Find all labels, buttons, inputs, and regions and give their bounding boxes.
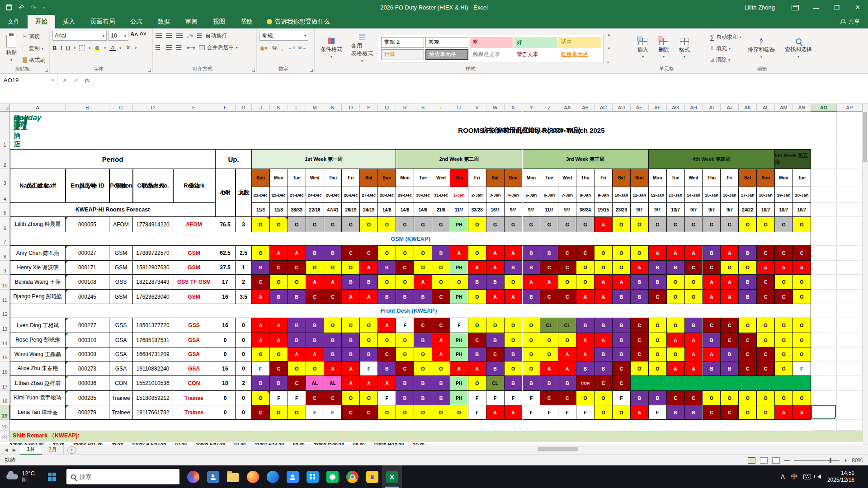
shift-cell[interactable]: C — [739, 361, 757, 376]
shift-cell[interactable]: A — [757, 261, 775, 275]
shift-cell[interactable]: B — [576, 318, 594, 333]
remark-cell[interactable]: GSM — [173, 246, 215, 261]
column-header-M[interactable]: M — [306, 104, 324, 112]
empty-cell[interactable] — [811, 203, 837, 217]
remark-cell[interactable]: Trainee — [173, 391, 215, 405]
format-as-table-button[interactable]: 套用表格格式▾ — [348, 31, 376, 66]
shift-cell[interactable]: O — [414, 261, 432, 275]
column-header-A[interactable]: A — [10, 104, 66, 112]
cell-style-option[interactable]: 好 — [514, 37, 557, 48]
shift-cell[interactable]: C — [757, 347, 775, 361]
shift-cell[interactable]: B — [631, 290, 649, 304]
shift-cell[interactable]: O — [540, 333, 558, 347]
shift-cell[interactable]: C — [324, 391, 342, 405]
touch-keyboard-icon[interactable] — [803, 474, 811, 479]
underline-icon[interactable]: U — [66, 45, 70, 52]
indent-icons[interactable]: ⇤⇥ — [187, 45, 195, 51]
shift-cell[interactable]: B — [432, 246, 450, 261]
shift-cell[interactable]: A — [505, 246, 523, 261]
chrome-browser[interactable] — [342, 465, 362, 488]
shift-cell[interactable]: C — [721, 318, 739, 333]
shift-cell[interactable]: F — [613, 391, 631, 405]
shift-cell[interactable]: B — [631, 391, 649, 405]
normal-view-button[interactable] — [748, 457, 755, 464]
staff-name-cell[interactable]: Django Peng 彭琨皓 — [10, 290, 66, 304]
shift-cell[interactable]: F — [324, 405, 342, 420]
shift-cell[interactable]: C — [540, 261, 558, 275]
percent-style-icon[interactable]: % — [272, 45, 278, 52]
name-box[interactable]: AO19▾ — [0, 74, 58, 86]
shift-cell[interactable]: G — [721, 217, 739, 232]
cell-style-option[interactable]: 适中 — [558, 37, 601, 48]
column-header-AM[interactable]: AM — [775, 104, 793, 112]
empty-cell[interactable] — [811, 187, 837, 203]
finance-app[interactable]: ¥ — [362, 465, 382, 488]
remark-cell[interactable]: GSA — [173, 333, 215, 347]
position-cell[interactable]: CON — [109, 376, 133, 391]
shift-cell[interactable]: O — [306, 361, 324, 376]
shift-cell[interactable]: G — [306, 217, 324, 232]
shift-cell[interactable]: B — [288, 318, 306, 333]
shift-cell[interactable]: A — [576, 347, 594, 361]
shift-cell[interactable]: B — [523, 261, 541, 275]
number-format-select[interactable]: 常规▾ — [259, 31, 308, 41]
shift-cell[interactable]: O — [775, 391, 793, 405]
staff-name-cell[interactable]: Kimi Yuan 袁宇峻琦 — [10, 391, 66, 405]
staff-name-cell[interactable]: Alice Zhu 朱春艳 — [10, 361, 66, 376]
empty-cell[interactable] — [837, 112, 863, 149]
employee-id-cell[interactable]: 000273 — [66, 361, 109, 376]
row-header-7[interactable]: 7 — [0, 232, 10, 246]
ot-cell[interactable]: 17 — [215, 275, 236, 290]
shift-cell[interactable]: O — [432, 405, 450, 420]
shift-cell[interactable]: O — [450, 405, 468, 420]
column-header-D[interactable]: D — [133, 104, 173, 112]
shift-cell[interactable]: O — [288, 275, 306, 290]
row-header-16[interactable]: 16 — [0, 361, 10, 376]
shift-cell[interactable]: A — [252, 333, 270, 347]
sheet-tab-1月[interactable]: 1月 — [20, 445, 42, 455]
number-dialog-launcher[interactable] — [310, 69, 313, 72]
shift-cell[interactable]: O — [649, 333, 667, 347]
staff-name-cell[interactable]: Rose Peng 彭晓露 — [10, 333, 66, 347]
shift-cell[interactable]: C — [468, 333, 486, 347]
shift-cell[interactable]: O — [649, 347, 667, 361]
restore-button[interactable]: ❐ — [826, 0, 847, 15]
format-painter-button[interactable]: 格式刷 — [23, 55, 45, 65]
ot-cell[interactable]: 0 — [215, 391, 236, 405]
column-header-Z[interactable]: Z — [540, 104, 558, 112]
row-header-2[interactable]: 2 — [0, 149, 10, 169]
empty-cell[interactable] — [811, 232, 837, 246]
shift-cell[interactable]: G — [540, 217, 558, 232]
shift-cell[interactable]: C — [631, 333, 649, 347]
shift-cell[interactable]: O — [703, 391, 721, 405]
shift-cell[interactable]: F — [288, 391, 306, 405]
shift-cell[interactable]: B — [360, 275, 378, 290]
shift-cell[interactable]: C — [721, 405, 739, 420]
al-cell[interactable]: 0 — [236, 333, 252, 347]
shift-cell[interactable]: O — [505, 361, 523, 376]
sheet-tab-2月[interactable]: 2月 — [42, 445, 64, 455]
shift-cell[interactable]: A — [540, 275, 558, 290]
row-header-3[interactable]: 3 — [0, 169, 10, 187]
al-cell[interactable]: 2.5 — [236, 246, 252, 261]
page-break-view-button[interactable] — [772, 457, 780, 464]
row-header-4[interactable]: 4 — [0, 187, 10, 203]
ime-indicator[interactable]: 中 — [791, 473, 797, 481]
shift-cell[interactable]: A — [594, 217, 613, 232]
taskbar-search[interactable] — [66, 469, 179, 484]
sort-filter-button[interactable]: AZ 排序和筛选▾ — [744, 31, 778, 66]
employee-id-cell[interactable]: 000055 — [66, 217, 109, 232]
shift-cell[interactable]: B — [378, 361, 396, 376]
row-header-6[interactable]: 6 — [0, 217, 10, 232]
column-header-AF[interactable]: AF — [649, 104, 667, 112]
position-cell[interactable]: Trainee — [109, 391, 133, 405]
shift-cell[interactable]: O — [793, 347, 811, 361]
shift-cell[interactable]: B — [396, 391, 414, 405]
shift-cell[interactable]: O — [721, 391, 739, 405]
column-header-T[interactable]: T — [432, 104, 450, 112]
clear-button[interactable]: ◢清除▾ — [710, 55, 741, 65]
shift-cell[interactable]: A — [486, 261, 505, 275]
shift-cell[interactable]: G — [486, 217, 505, 232]
close-button[interactable]: × — [847, 0, 868, 15]
shift-cell[interactable]: A — [576, 290, 594, 304]
